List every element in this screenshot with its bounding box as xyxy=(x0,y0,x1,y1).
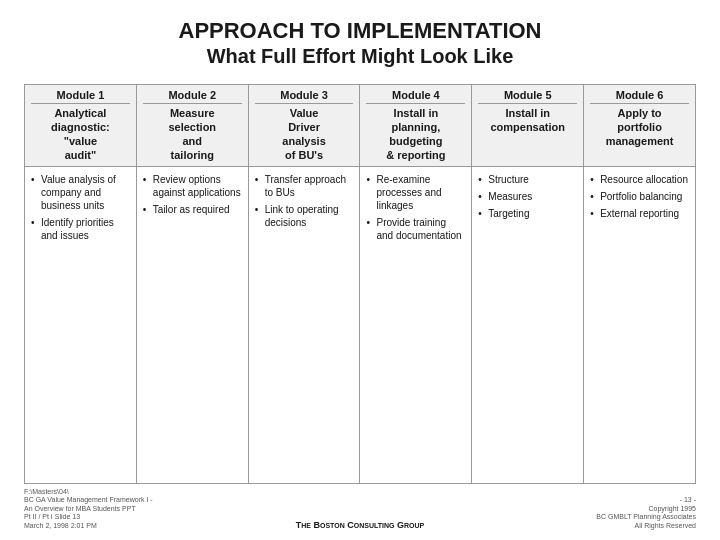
module3-label: Module 3 xyxy=(255,89,354,104)
list-item: Transfer approach to BUs xyxy=(255,173,354,199)
list-item: Structure xyxy=(478,173,577,186)
footer-center: THE BOSTON CONSULTING GROUP xyxy=(248,520,472,530)
module5-header: Module 5 Install incompensation xyxy=(471,84,583,167)
list-item: Re-examine processes and linkages xyxy=(366,173,465,212)
footer-right: - 13 - Copyright 1995 BC GMBLT Planning … xyxy=(472,496,696,530)
title-line2: What Full Effort Might Look Like xyxy=(24,44,696,68)
modules-table: Module 1 Analyticaldiagnostic:"valueaudi… xyxy=(24,84,696,484)
list-item: Targeting xyxy=(478,207,577,220)
module2-body: Review options against applications Tail… xyxy=(136,167,248,484)
title-line1: APPROACH TO IMPLEMENTATION xyxy=(24,18,696,44)
module6-desc: Apply toportfoliomanagement xyxy=(590,107,689,148)
module4-body: Re-examine processes and linkages Provid… xyxy=(359,167,471,484)
module2-desc: Measureselectionandtailoring xyxy=(143,107,242,162)
list-item: External reporting xyxy=(590,207,689,220)
modules-header: Module 1 Analyticaldiagnostic:"valueaudi… xyxy=(24,84,696,167)
module4-label: Module 4 xyxy=(366,89,465,104)
module5-desc: Install incompensation xyxy=(478,107,577,135)
module4-desc: Install inplanning,budgeting& reporting xyxy=(366,107,465,162)
module6-label: Module 6 xyxy=(590,89,689,104)
module2-label: Module 2 xyxy=(143,89,242,104)
module5-label: Module 5 xyxy=(478,89,577,104)
module3-header: Module 3 ValueDriveranalysisof BU's xyxy=(248,84,360,167)
module3-body: Transfer approach to BUs Link to operati… xyxy=(248,167,360,484)
list-item: Tailor as required xyxy=(143,203,242,216)
title-block: APPROACH TO IMPLEMENTATION What Full Eff… xyxy=(24,18,696,68)
list-item: Measures xyxy=(478,190,577,203)
list-item: Portfolio balancing xyxy=(590,190,689,203)
footer: F:\Masters\04\ BC GA Value Management Fr… xyxy=(24,488,696,530)
module4-header: Module 4 Install inplanning,budgeting& r… xyxy=(359,84,471,167)
footer-left: F:\Masters\04\ BC GA Value Management Fr… xyxy=(24,488,248,530)
module1-label: Module 1 xyxy=(31,89,130,104)
module1-desc: Analyticaldiagnostic:"valueaudit" xyxy=(31,107,130,162)
modules-body: Value analysis of company and business u… xyxy=(24,167,696,484)
list-item: Link to operating decisions xyxy=(255,203,354,229)
list-item: Identify priorities and issues xyxy=(31,216,130,242)
page: APPROACH TO IMPLEMENTATION What Full Eff… xyxy=(0,0,720,540)
list-item: Review options against applications xyxy=(143,173,242,199)
module6-header: Module 6 Apply toportfoliomanagement xyxy=(583,84,696,167)
module5-body: Structure Measures Targeting xyxy=(471,167,583,484)
list-item: Provide training and documentation xyxy=(366,216,465,242)
module1-header: Module 1 Analyticaldiagnostic:"valueaudi… xyxy=(24,84,136,167)
module1-body: Value analysis of company and business u… xyxy=(24,167,136,484)
list-item: Resource allocation xyxy=(590,173,689,186)
list-item: Value analysis of company and business u… xyxy=(31,173,130,212)
module6-body: Resource allocation Portfolio balancing … xyxy=(583,167,696,484)
module2-header: Module 2 Measureselectionandtailoring xyxy=(136,84,248,167)
module3-desc: ValueDriveranalysisof BU's xyxy=(255,107,354,162)
